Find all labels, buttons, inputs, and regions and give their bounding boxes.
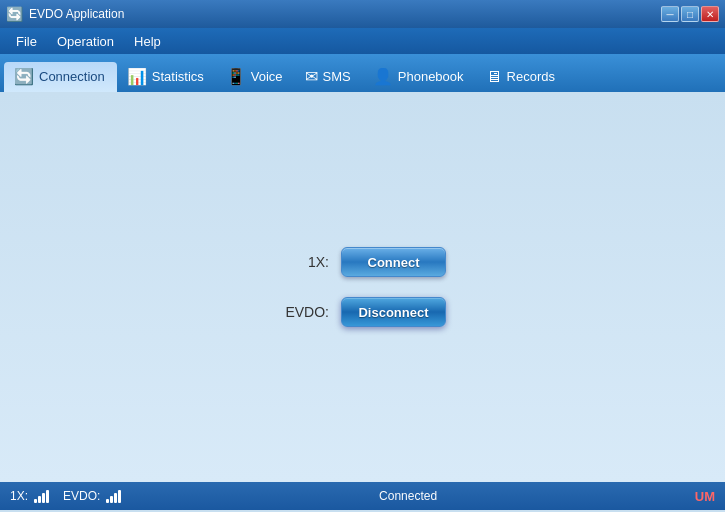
tab-records[interactable]: 🖥 Records xyxy=(476,62,567,92)
1x-label: 1X: xyxy=(279,254,329,270)
voice-tab-label: Voice xyxy=(251,69,283,84)
main-content: 1X: Connect EVDO: Disconnect xyxy=(0,92,725,482)
statistics-tab-icon: 📊 xyxy=(127,67,147,86)
menu-file[interactable]: File xyxy=(8,32,45,51)
evdo-label: EVDO: xyxy=(279,304,329,320)
connection-tab-label: Connection xyxy=(39,69,105,84)
tab-voice[interactable]: 📱 Voice xyxy=(216,62,295,92)
status-left: 1X: EVDO: xyxy=(10,489,121,503)
tab-statistics[interactable]: 📊 Statistics xyxy=(117,62,216,92)
app-icon: 🔄 xyxy=(6,6,23,22)
voice-tab-icon: 📱 xyxy=(226,67,246,86)
minimize-button[interactable]: ─ xyxy=(661,6,679,22)
connection-panel: 1X: Connect EVDO: Disconnect xyxy=(279,247,446,327)
tab-sms[interactable]: ✉ SMS xyxy=(295,62,363,92)
status-bar: 1X: EVDO: Connected UM xyxy=(0,482,725,510)
title-text: EVDO Application xyxy=(29,7,124,21)
status-brand: UM xyxy=(695,489,715,504)
status-1x-prefix: 1X: xyxy=(10,489,28,503)
maximize-button[interactable]: □ xyxy=(681,6,699,22)
close-button[interactable]: ✕ xyxy=(701,6,719,22)
title-left: 🔄 EVDO Application xyxy=(6,6,124,22)
conn-row-1x: 1X: Connect xyxy=(279,247,446,277)
sms-tab-icon: ✉ xyxy=(305,67,318,86)
tab-bar: 🔄 Connection 📊 Statistics 📱 Voice ✉ SMS … xyxy=(0,54,725,92)
menu-bar: File Operation Help xyxy=(0,28,725,54)
status-evdo-prefix: EVDO: xyxy=(63,489,100,503)
disconnect-button[interactable]: Disconnect xyxy=(341,297,446,327)
signal-bars-evdo xyxy=(106,489,121,503)
records-tab-icon: 🖥 xyxy=(486,68,502,86)
menu-help[interactable]: Help xyxy=(126,32,169,51)
signal-bars-1x xyxy=(34,489,49,503)
phonebook-tab-label: Phonebook xyxy=(398,69,464,84)
tab-phonebook[interactable]: 👤 Phonebook xyxy=(363,62,476,92)
sms-tab-label: SMS xyxy=(323,69,351,84)
menu-operation[interactable]: Operation xyxy=(49,32,122,51)
connect-button[interactable]: Connect xyxy=(341,247,446,277)
connection-tab-icon: 🔄 xyxy=(14,67,34,86)
statistics-tab-label: Statistics xyxy=(152,69,204,84)
title-controls: ─ □ ✕ xyxy=(661,6,719,22)
conn-row-evdo: EVDO: Disconnect xyxy=(279,297,446,327)
connection-status: Connected xyxy=(379,489,437,503)
phonebook-tab-icon: 👤 xyxy=(373,67,393,86)
title-bar: 🔄 EVDO Application ─ □ ✕ xyxy=(0,0,725,28)
status-center: Connected xyxy=(121,489,694,503)
records-tab-label: Records xyxy=(507,69,555,84)
tab-connection[interactable]: 🔄 Connection xyxy=(4,62,117,92)
